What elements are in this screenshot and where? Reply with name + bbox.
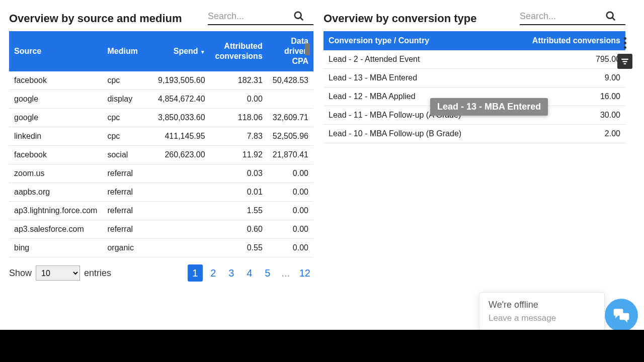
search-icon[interactable] xyxy=(293,11,304,22)
page-2[interactable]: 2 xyxy=(206,264,221,282)
svg-marker-8 xyxy=(615,315,618,318)
cell-medium: referral xyxy=(102,164,149,183)
cell-spend: 4,854,672.40 xyxy=(150,90,210,109)
svg-rect-4 xyxy=(621,59,628,60)
cell-source: linkedin xyxy=(9,127,102,146)
panel-conversion-type: Overview by conversion type Conversion t… xyxy=(324,9,625,282)
cell-cpa: 52,505.96 xyxy=(268,127,313,146)
cell-spend: 9,193,505.60 xyxy=(150,71,210,90)
chat-fab-button[interactable] xyxy=(605,299,638,332)
cell-spend xyxy=(150,202,210,220)
svg-rect-5 xyxy=(623,61,627,62)
cell-conversions: 1.55 xyxy=(210,202,268,220)
cell-conversion-value: 795.00 xyxy=(525,50,625,69)
cell-spend xyxy=(150,183,210,202)
cell-source: google xyxy=(9,109,102,127)
panel-title-left: Overview by source and medium xyxy=(9,12,182,25)
cell-cpa: 0.00 xyxy=(268,183,313,202)
chat-prompt: Leave a message xyxy=(489,313,595,323)
cell-source: facebook xyxy=(9,71,102,90)
cell-cpa: 32,609.71 xyxy=(268,109,313,127)
search-right[interactable] xyxy=(520,9,625,25)
cell-source: ap3.lightning.force.com xyxy=(9,202,102,220)
pagination: 12345...12 xyxy=(188,264,313,282)
chat-status: We're offline xyxy=(489,300,595,310)
chat-popup[interactable]: We're offline Leave a message xyxy=(479,292,605,331)
page-5[interactable]: 5 xyxy=(260,264,275,282)
page-12[interactable]: 12 xyxy=(296,264,313,282)
col-source[interactable]: Source xyxy=(9,31,102,71)
sort-desc-icon: ▼ xyxy=(200,49,205,55)
search-input-left[interactable] xyxy=(208,11,293,22)
col-conversion-type[interactable]: Conversion type / Country xyxy=(324,31,525,50)
cell-source: ap3.salesforce.com xyxy=(9,220,102,239)
cell-cpa: 0.00 xyxy=(268,239,313,257)
page-3[interactable]: 3 xyxy=(224,264,239,282)
search-left[interactable] xyxy=(208,9,313,25)
more-menu-icon[interactable] xyxy=(623,36,627,50)
table-row[interactable]: bingorganic0.550.00 xyxy=(9,239,313,257)
cell-cpa: 50,428.53 xyxy=(268,71,313,90)
cell-conversion-name: Lead - 2 - Attended Event xyxy=(324,50,525,69)
panel-source-medium: Overview by source and medium Source Med… xyxy=(9,9,313,282)
cell-spend: 260,623.00 xyxy=(150,146,210,164)
table-row[interactable]: aapbs.orgreferral0.010.00 xyxy=(9,183,313,202)
table-row[interactable]: Lead - 2 - Attended Event795.00 xyxy=(324,50,625,69)
cell-cpa: 0.00 xyxy=(268,202,313,220)
cell-medium: social xyxy=(102,146,149,164)
page-4[interactable]: 4 xyxy=(242,264,257,282)
cell-cpa: 0.00 xyxy=(268,220,313,239)
cell-cpa: 0.00 xyxy=(268,164,313,183)
col-attributed-conversions-right[interactable]: Attributed conversions xyxy=(525,31,625,50)
cell-medium: organic xyxy=(102,239,149,257)
row-tooltip: Lead - 13 - MBA Entered xyxy=(430,98,548,116)
cell-medium: cpc xyxy=(102,127,149,146)
cell-source: google xyxy=(9,90,102,109)
cell-source: bing xyxy=(9,239,102,257)
bottom-bar xyxy=(0,330,644,362)
cell-conversions: 0.00 xyxy=(210,90,268,109)
svg-line-1 xyxy=(300,18,303,21)
table-row[interactable]: linkedincpc411,145.957.8352,505.96 xyxy=(9,127,313,146)
cell-conversion-name: Lead - 10 - MBA Follow-up (B Grade) xyxy=(324,125,525,143)
column-resize-handle[interactable] xyxy=(305,43,310,55)
table-row[interactable]: ap3.salesforce.comreferral0.600.00 xyxy=(9,220,313,239)
svg-point-0 xyxy=(295,12,301,19)
cell-conversions: 11.92 xyxy=(210,146,268,164)
table-row[interactable]: ap3.lightning.force.comreferral1.550.00 xyxy=(9,202,313,220)
table-row[interactable]: Lead - 13 - MBA Entered9.00 xyxy=(324,69,625,87)
cell-medium: cpc xyxy=(102,71,149,90)
cell-spend: 411,145.95 xyxy=(150,127,210,146)
col-attributed-conversions[interactable]: Attributed conversions xyxy=(210,31,268,71)
col-spend[interactable]: Spend▼ xyxy=(150,31,210,71)
table-row[interactable]: facebooksocial260,623.0011.9221,870.41 xyxy=(9,146,313,164)
cell-spend xyxy=(150,239,210,257)
svg-rect-6 xyxy=(624,63,626,64)
table-row[interactable]: facebookcpc9,193,505.60182.3150,428.53 xyxy=(9,71,313,90)
col-medium[interactable]: Medium xyxy=(102,31,149,71)
table-source-medium: Source Medium Spend▼ Attributed conversi… xyxy=(9,31,313,257)
table-row[interactable]: zoom.usreferral0.030.00 xyxy=(9,164,313,183)
cell-conversion-value: 9.00 xyxy=(525,69,625,87)
svg-line-3 xyxy=(612,18,615,21)
svg-point-2 xyxy=(607,12,613,19)
cell-spend xyxy=(150,164,210,183)
cell-conversions: 182.31 xyxy=(210,71,268,90)
table-row[interactable]: Lead - 10 - MBA Follow-up (B Grade)2.00 xyxy=(324,125,625,143)
entries-select[interactable]: 10 xyxy=(36,265,80,281)
table-row[interactable]: googlecpc3,850,033.60118.0632,609.71 xyxy=(9,109,313,127)
svg-marker-10 xyxy=(624,320,627,323)
filter-icon[interactable] xyxy=(617,54,632,69)
cell-conversions: 0.01 xyxy=(210,183,268,202)
page-1[interactable]: 1 xyxy=(188,264,203,282)
cell-spend xyxy=(150,220,210,239)
cell-medium: display xyxy=(102,90,149,109)
cell-medium: referral xyxy=(102,202,149,220)
cell-cpa xyxy=(268,90,313,109)
cell-medium: referral xyxy=(102,183,149,202)
cell-conversions: 0.55 xyxy=(210,239,268,257)
search-icon[interactable] xyxy=(605,11,616,22)
page-ellipsis: ... xyxy=(278,264,293,282)
table-row[interactable]: googledisplay4,854,672.400.00 xyxy=(9,90,313,109)
search-input-right[interactable] xyxy=(520,11,605,22)
